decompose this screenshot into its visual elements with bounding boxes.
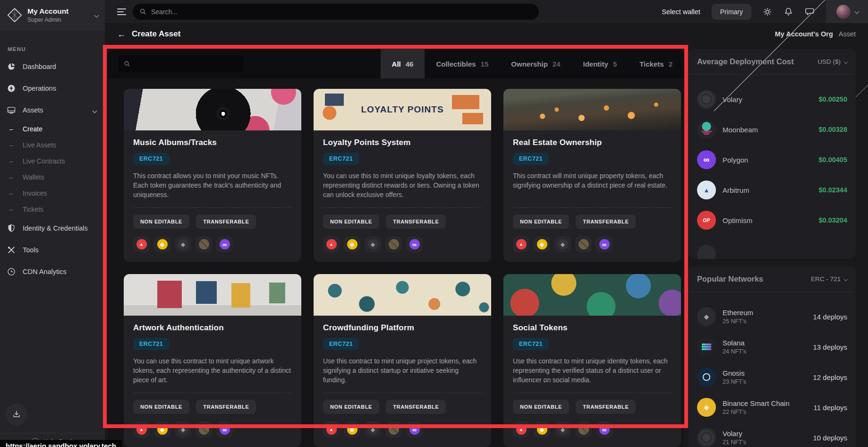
back-button[interactable]: ← [117, 30, 126, 39]
klaytn-network-button[interactable] [575, 236, 592, 252]
klaytn-icon [389, 424, 399, 435]
assets-icon [7, 105, 16, 115]
polygon-network-button[interactable] [596, 421, 613, 438]
binance-network-button[interactable] [534, 421, 550, 438]
asset-template-card[interactable]: Music Albums/Tracks ERC721 This contract… [124, 89, 301, 262]
binance-network-button[interactable] [344, 236, 360, 252]
template-search-input[interactable] [135, 60, 238, 68]
ethereum-network-button[interactable] [175, 421, 191, 438]
binance-icon [347, 424, 357, 435]
currency-select[interactable]: USD ($) [817, 58, 847, 65]
klaytn-network-button[interactable] [385, 236, 402, 252]
tab-label: Collectibles [436, 60, 476, 68]
sidebar-item-identity-credentials[interactable]: Identity & Credentials [0, 217, 105, 239]
sidebar-item-operations[interactable]: Operations [0, 77, 105, 99]
erc721-badge: ERC721 [133, 338, 169, 350]
ethereum-icon [558, 239, 568, 249]
chip-non-editable: NON EDITABLE [513, 215, 569, 229]
dashed-divider [323, 207, 482, 208]
network-name: Optimism [723, 216, 812, 224]
asset-template-card[interactable]: Artwork Authentication ERC721 You can us… [124, 274, 301, 447]
card-image-text [124, 89, 301, 130]
category-tab[interactable]: Collectibles 15 [425, 49, 500, 78]
category-tab[interactable]: Identity 5 [572, 49, 629, 78]
binance-network-button[interactable] [534, 236, 550, 252]
tab-count: 24 [553, 60, 561, 68]
category-tab[interactable]: Tickets 2 [628, 49, 684, 78]
category-tab[interactable]: Ownership 24 [500, 49, 571, 78]
template-search[interactable] [118, 55, 244, 72]
sidebar-item-label: Tools [23, 246, 39, 254]
network-icons-row [513, 236, 672, 252]
asset-template-card[interactable]: Social Tokens ERC721 Use this contract t… [503, 274, 681, 447]
asset-template-card[interactable]: Real Estate Ownership ERC721 This contra… [503, 89, 681, 262]
category-tab[interactable]: All 46 [381, 49, 425, 78]
avalanche-icon [516, 239, 527, 249]
shield-icon [7, 224, 16, 233]
card-description: This contract allows you to mint your mu… [133, 172, 292, 200]
sidebar-item-live-assets[interactable]: – Live Assets [0, 137, 105, 153]
dashed-divider [513, 207, 672, 208]
solana-icon [697, 337, 716, 356]
sidebar-item-cdn-analytics[interactable]: CDN Analytics [0, 261, 105, 283]
ethereum-network-button[interactable] [554, 236, 571, 252]
card-image-text: LOYALTY POINTS [314, 89, 491, 130]
klaytn-network-button[interactable] [385, 421, 402, 438]
polygon-network-button[interactable] [406, 421, 423, 438]
sidebar-item-tickets[interactable]: – Tickets [0, 201, 105, 217]
tab-label: Tickets [639, 60, 664, 68]
select-wallet-label[interactable]: Select wallet [662, 8, 700, 16]
klaytn-icon [199, 424, 209, 435]
download-button[interactable] [6, 404, 27, 425]
ethereum-network-button[interactable] [554, 421, 571, 438]
klaytn-icon [389, 239, 399, 249]
polygon-network-button[interactable] [406, 236, 423, 252]
network-deploys: 11 deploys [814, 404, 847, 412]
binance-network-button[interactable] [154, 236, 170, 252]
chip-transferable: TRANSFERABLE [196, 215, 256, 229]
sidebar-item-wallets[interactable]: – Wallets [0, 169, 105, 185]
profile-menu[interactable] [826, 0, 868, 23]
hamburger-menu-icon[interactable] [117, 9, 126, 15]
klaytn-network-button[interactable] [196, 236, 212, 252]
avalanche-network-button[interactable] [133, 236, 150, 252]
avalanche-network-button[interactable] [133, 421, 150, 438]
avalanche-icon [136, 239, 147, 249]
sidebar-item-live-contracts[interactable]: – Live Contracts [0, 153, 105, 169]
tools-icon [7, 245, 16, 255]
klaytn-network-button[interactable] [575, 421, 592, 438]
asset-template-card[interactable]: Crowdfunding Platform ERC721 Use this co… [314, 274, 491, 447]
polygon-network-button[interactable] [216, 421, 233, 438]
avalanche-network-button[interactable] [513, 421, 529, 438]
notifications-button[interactable] [783, 7, 793, 17]
ethereum-network-button[interactable] [365, 421, 381, 438]
sidebar-item-tools[interactable]: Tools [0, 239, 105, 261]
global-search-input[interactable] [151, 8, 532, 16]
avalanche-network-button[interactable] [513, 236, 529, 252]
klaytn-network-button[interactable] [196, 421, 212, 438]
sidebar-item-assets[interactable]: Assets [0, 99, 105, 121]
avalanche-network-button[interactable] [323, 236, 340, 252]
binance-network-button[interactable] [154, 421, 170, 438]
global-search[interactable] [133, 4, 539, 20]
category-tabs: All 46 Collectibles 15 Ownership 24 Iden… [381, 49, 684, 78]
ethereum-network-button[interactable] [365, 236, 381, 252]
network-name: Volary [723, 95, 812, 103]
polygon-network-button[interactable] [216, 236, 233, 252]
avalanche-network-button[interactable] [323, 421, 340, 438]
primary-wallet-button[interactable]: Primary [712, 4, 751, 20]
asset-template-card[interactable]: LOYALTY POINTS Loyalty Points System ERC… [314, 89, 491, 262]
ethereum-network-button[interactable] [175, 236, 191, 252]
polygon-network-button[interactable] [596, 236, 613, 252]
theme-toggle-button[interactable] [763, 7, 772, 17]
sidebar-item-create[interactable]: – Create [0, 121, 105, 137]
binance-network-button[interactable] [344, 421, 360, 438]
sidebar-nav: Dashboard Operations Assets – Create – L… [0, 56, 105, 283]
binance-icon [347, 239, 357, 249]
chevron-down-icon [844, 60, 848, 63]
standard-select[interactable]: ERC - 721 [811, 275, 847, 283]
sidebar-item-invoices[interactable]: – Invoices [0, 185, 105, 201]
account-switcher[interactable]: My Account Super Admin [0, 0, 105, 30]
card-image [124, 89, 301, 130]
sidebar-item-dashboard[interactable]: Dashboard [0, 56, 105, 77]
